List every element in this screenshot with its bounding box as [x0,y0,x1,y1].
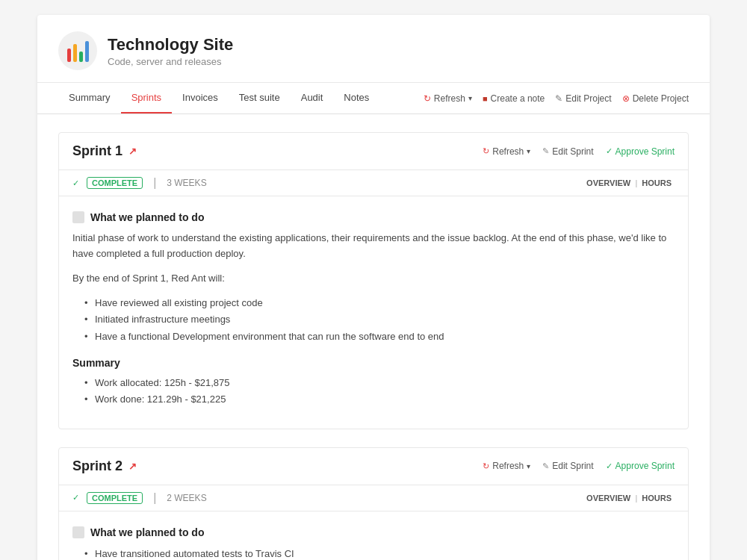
sprint-1-refresh-dropdown-icon: ▾ [527,147,530,155]
sprint-1-header: Sprint 1 ↗ ↻ Refresh ▾ ✎ Edit Sprint ✓ [59,133,688,170]
sprint-1-refresh-icon: ↻ [483,146,489,156]
nav-refresh-label: Refresh [434,93,465,104]
sprint-2-status-left: ✓ COMPLETE | 2 WEEKS [72,491,207,505]
nav-edit-project-button[interactable]: ✎ Edit Project [555,93,611,104]
sprint-1-hours-btn[interactable]: HOURS [639,177,675,189]
sprint-1-status-bar: ✓ COMPLETE | 3 WEEKS OVERVIEW | HOURS [59,170,688,196]
nav-delete-project-button[interactable]: ⊗ Delete Project [622,93,689,104]
sprint-2-approve-icon: ✓ [606,461,613,471]
nav-refresh-button[interactable]: ↻ Refresh ▾ [424,93,472,104]
sprint-1-body: What we planned to do Initial phase of w… [59,196,688,429]
sprint-1-block: Sprint 1 ↗ ↻ Refresh ▾ ✎ Edit Sprint ✓ [58,132,689,429]
sprint-1-approve-label: Approve Sprint [616,146,675,157]
sprint-2-title-text: Sprint 2 [72,458,123,474]
sprint-2-refresh-label: Refresh [492,461,524,471]
sprint-2-edit-icon: ✎ [542,461,549,471]
sprint-1-title-text: Sprint 1 [72,143,123,159]
logo-bar-2 [73,44,77,62]
sprint-1-approve-button[interactable]: ✓ Approve Sprint [606,146,675,157]
sprint-2-planned-title: What we planned to do [72,526,675,538]
delete-icon: ⊗ [622,93,630,104]
page-wrapper: Technology Site Code, server and release… [37,15,710,560]
header: Technology Site Code, server and release… [37,15,710,83]
sprint-1-planned-subtext: By the end of Sprint 1, Red Ant will: [72,271,675,287]
sprint-1-planned-title-text: What we planned to do [90,211,204,223]
sprint-1-separator: | [153,176,156,190]
sprint-1-status-badge: COMPLETE [87,177,143,189]
sprint-2-view-sep: | [635,494,637,503]
sprint-2-refresh-icon: ↻ [483,461,489,471]
edit-icon: ✎ [555,93,562,104]
list-item: Initiated infrastructure meetings [84,311,675,328]
sprint-2-block: Sprint 2 ↗ ↻ Refresh ▾ ✎ Edit Sprint ✓ [58,447,689,560]
nav-refresh-dropdown-icon: ▾ [468,94,472,102]
sprint-2-status-bar: ✓ COMPLETE | 2 WEEKS OVERVIEW | HOURS [59,485,688,511]
sprint-1-title: Sprint 1 ↗ [72,143,137,159]
nav-create-note-label: Create a note [491,93,545,104]
sprint-1-view-sep: | [635,178,637,187]
logo-bar-4 [85,41,89,62]
sprint-2-duration: 2 WEEKS [167,493,206,503]
nav-edit-project-label: Edit Project [565,93,611,104]
sprint-2-check-icon: ✓ [72,493,79,503]
tab-notes[interactable]: Notes [333,83,379,113]
project-title: Technology Site [108,35,233,55]
sprint-2-hours-btn[interactable]: HOURS [639,492,675,504]
nav-delete-project-label: Delete Project [633,93,689,104]
tab-test-suite[interactable]: Test suite [229,83,291,113]
nav-actions: ↻ Refresh ▾ ■ Create a note ✎ Edit Proje… [424,93,689,104]
sprint-1-approve-icon: ✓ [606,146,613,156]
list-item: Have transitioned automated tests to Tra… [84,546,675,560]
sprint-1-edit-button[interactable]: ✎ Edit Sprint [542,146,593,157]
sprint-1-view-toggle: OVERVIEW | HOURS [583,177,675,189]
tab-audit[interactable]: Audit [291,83,334,113]
sprint-1-edit-icon: ✎ [542,146,549,156]
content: Sprint 1 ↗ ↻ Refresh ▾ ✎ Edit Sprint ✓ [37,132,710,560]
sprint-2-header: Sprint 2 ↗ ↻ Refresh ▾ ✎ Edit Sprint ✓ [59,448,688,485]
sprint-1-planned-title: What we planned to do [72,211,675,223]
sprint-2-overview-btn[interactable]: OVERVIEW [583,492,633,504]
refresh-icon: ↻ [424,93,431,104]
project-subtitle: Code, server and releases [108,56,233,67]
sprint-1-actions: ↻ Refresh ▾ ✎ Edit Sprint ✓ Approve Spri… [483,146,675,157]
sprint-2-approve-button[interactable]: ✓ Approve Sprint [606,461,675,471]
sprint-2-view-toggle: OVERVIEW | HOURS [583,492,675,504]
sprint-1-duration: 3 WEEKS [167,178,206,188]
sprint-1-summary-title: Summary [72,357,675,369]
logo-bars [67,40,89,62]
sprint-1-summary-section: Summary Work allocated: 125h - $21,875 W… [72,357,675,408]
sprint-2-actions: ↻ Refresh ▾ ✎ Edit Sprint ✓ Approve Spri… [483,461,675,471]
sprint-2-status-badge: COMPLETE [87,492,143,504]
sprint-1-planned-icon [72,211,84,223]
list-item: Work allocated: 125h - $21,875 [84,375,675,391]
logo-bar-1 [67,49,71,62]
sprint-2-approve-label: Approve Sprint [616,461,675,471]
sprint-1-refresh-label: Refresh [492,146,524,157]
sprint-1-check-icon: ✓ [72,178,79,188]
sprint-1-planned-intro: Initial phase of work to understand the … [72,231,675,262]
sprint-1-refresh-button[interactable]: ↻ Refresh ▾ [483,146,530,157]
list-item: Have a functional Development environmen… [84,329,675,345]
sprint-1-status-left: ✓ COMPLETE | 3 WEEKS [72,176,207,190]
sprint-2-edit-button[interactable]: ✎ Edit Sprint [542,461,593,471]
tab-sprints[interactable]: Sprints [121,83,172,113]
sprint-2-separator: | [153,491,156,505]
sprint-2-title: Sprint 2 ↗ [72,458,137,474]
sprint-2-planned-title-text: What we planned to do [90,526,204,538]
sprint-2-refresh-dropdown-icon: ▾ [527,462,530,470]
nav-bar: Summary Sprints Invoices Test suite Audi… [37,83,710,114]
logo-bar-3 [79,52,83,62]
tab-summary[interactable]: Summary [58,83,121,113]
nav-create-note-button[interactable]: ■ Create a note [483,93,545,104]
sprint-2-planned-icon [72,526,84,538]
list-item: Work done: 121.29h - $21,225 [84,391,675,408]
sprint-1-overview-btn[interactable]: OVERVIEW [583,177,633,189]
sprint-2-external-link-icon[interactable]: ↗ [128,461,137,472]
nav-tabs: Summary Sprints Invoices Test suite Audi… [58,83,379,113]
sprint-1-external-link-icon[interactable]: ↗ [128,146,137,157]
logo [58,31,97,70]
tab-invoices[interactable]: Invoices [172,83,229,113]
sprint-2-refresh-button[interactable]: ↻ Refresh ▾ [483,461,530,471]
note-icon: ■ [483,94,488,103]
list-item: Have reviewed all existing project code [84,295,675,311]
